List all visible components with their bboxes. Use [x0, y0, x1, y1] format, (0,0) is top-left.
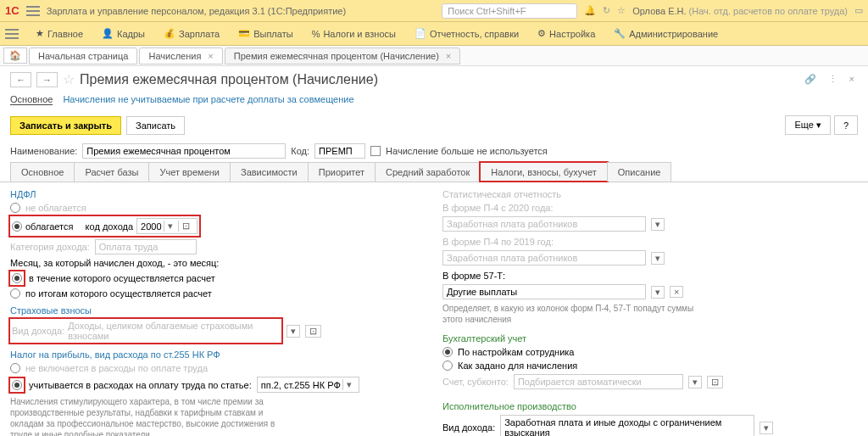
tab-taxes[interactable]: Налоги, взносы, бухучет: [480, 162, 608, 182]
month-opt1-radio[interactable]: [12, 273, 22, 283]
name-input[interactable]: [82, 143, 286, 159]
search-input[interactable]: Поиск Ctrl+Shift+F: [442, 3, 577, 19]
profit-opt1-radio: [10, 363, 20, 373]
page-title: Премия ежемесячная процентом (Начисление…: [80, 72, 378, 87]
user-name[interactable]: Орлова Е.Н. (Нач. отд. расчетов по оплат…: [632, 6, 848, 16]
menu-main[interactable]: ★ Главное: [27, 25, 92, 42]
help-button[interactable]: ?: [834, 115, 858, 135]
tab-base[interactable]: Расчет базы: [74, 162, 149, 182]
menu-nalogi[interactable]: % Налоги и взносы: [303, 25, 404, 42]
accounting-title: Бухгалтерский учет: [442, 333, 858, 344]
close-icon[interactable]: ×: [446, 51, 451, 61]
execution-type-select[interactable]: Заработная плата и иные доходы с огранич…: [504, 417, 750, 436]
forward-button[interactable]: →: [36, 72, 58, 87]
tab-avg[interactable]: Средний заработок: [375, 162, 481, 182]
favorite-icon[interactable]: ☆: [63, 71, 75, 87]
sublink-main[interactable]: Основное: [10, 94, 53, 105]
save-button[interactable]: Записать: [126, 116, 185, 135]
f57-select[interactable]: Другие выплаты: [447, 287, 517, 297]
save-close-button[interactable]: Записать и закрыть: [10, 116, 121, 135]
profit-title: Налог на прибыль, вид расхода по ст.255 …: [10, 349, 426, 360]
home-icon[interactable]: 🏠: [3, 48, 27, 64]
nav-toggle-icon[interactable]: [5, 29, 19, 39]
more-icon[interactable]: ⋮: [825, 72, 841, 87]
menu-vyplaty[interactable]: 💳 Выплаты: [230, 25, 301, 42]
month-opt2-radio[interactable]: [10, 288, 20, 299]
app-logo: 1C: [5, 4, 19, 17]
insurance-type-value: Доходы, целиком облагаемые страховыми вз…: [68, 321, 280, 341]
back-button[interactable]: ←: [10, 72, 31, 87]
profit-opt2-radio[interactable]: [12, 380, 22, 390]
dropdown-icon[interactable]: ▾: [342, 379, 355, 390]
breadcrumb-tab2[interactable]: Премия ежемесячная процентом (Начисление…: [225, 48, 460, 64]
dropdown-icon[interactable]: ▾: [651, 286, 665, 299]
acc-opt1-radio[interactable]: [442, 347, 453, 357]
open-icon[interactable]: ⊡: [178, 221, 193, 232]
more-button[interactable]: Еще ▾: [785, 115, 830, 135]
window-controls[interactable]: ▭: [854, 5, 863, 16]
not-used-checkbox[interactable]: [370, 146, 381, 156]
dropdown-icon[interactable]: ▾: [164, 221, 176, 232]
tab-deps[interactable]: Зависимости: [230, 162, 309, 182]
close-icon[interactable]: ×: [208, 51, 213, 61]
code-label: Код:: [291, 146, 309, 156]
bell-icon[interactable]: 🔔: [584, 5, 596, 16]
dropdown-icon[interactable]: ▾: [760, 422, 773, 434]
history-icon[interactable]: ↻: [603, 5, 610, 16]
menu-kadry[interactable]: 👤 Кадры: [93, 25, 153, 42]
profit-article-input[interactable]: пп.2, ст.255 НК РФ: [261, 380, 341, 390]
star-icon[interactable]: ☆: [617, 5, 626, 16]
tab-priority[interactable]: Приоритет: [308, 162, 376, 182]
breadcrumb-tab1[interactable]: Начисления×: [139, 48, 222, 64]
acc-opt2-radio[interactable]: [442, 361, 453, 371]
tab-main[interactable]: Основное: [10, 162, 75, 182]
ndfl-not-taxed-radio: [10, 203, 20, 213]
menu-zarplata[interactable]: 💰 Зарплата: [155, 25, 228, 42]
sublink-secondary[interactable]: Начисления не учитываемые при расчете до…: [63, 94, 353, 105]
link-icon[interactable]: 🔗: [801, 72, 820, 87]
profit-note: Начисления стимулирующего характера, в т…: [10, 396, 281, 436]
not-used-label: Начисление больше не используется: [386, 146, 548, 156]
clear-icon[interactable]: ×: [670, 286, 683, 298]
code-input[interactable]: [314, 143, 365, 159]
tab-time[interactable]: Учет времени: [148, 162, 231, 182]
menu-toggle-icon[interactable]: [26, 6, 40, 16]
close-page-icon[interactable]: ×: [846, 72, 858, 87]
dropdown-icon[interactable]: ▾: [287, 325, 300, 338]
app-title: Зарплата и управление персоналом, редакц…: [47, 6, 346, 16]
ndfl-code-input[interactable]: 2000: [141, 221, 161, 232]
execution-title: Исполнительное производство: [442, 401, 858, 411]
open-icon[interactable]: ⊡: [305, 325, 321, 338]
name-label: Наименование:: [10, 146, 77, 156]
menu-otchet[interactable]: 📄 Отчетность, справки: [406, 25, 527, 42]
menu-nastroika[interactable]: ⚙ Настройка: [529, 25, 604, 42]
stat-title: Статистическая отчетность: [442, 189, 858, 199]
menu-admin[interactable]: 🔧 Администрирование: [605, 25, 726, 42]
insurance-title: Страховые взносы: [10, 305, 426, 316]
ndfl-title: НДФЛ: [10, 189, 426, 199]
tab-desc[interactable]: Описание: [607, 162, 672, 182]
breadcrumb-home[interactable]: Начальная страница: [29, 48, 137, 64]
ndfl-taxed-radio[interactable]: [12, 221, 22, 232]
